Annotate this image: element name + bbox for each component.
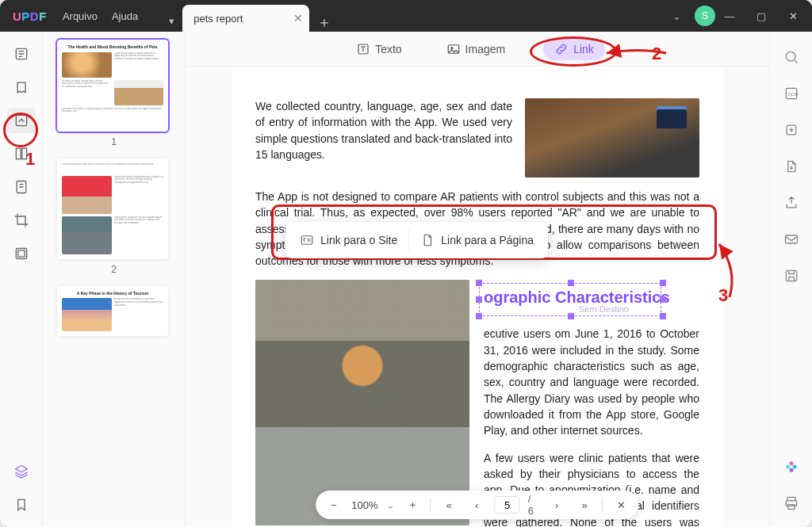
ai-assistant-icon[interactable] <box>777 454 806 479</box>
image-icon <box>446 42 461 56</box>
share-icon[interactable] <box>777 190 806 216</box>
left-rail <box>0 32 43 527</box>
tool-redact-icon[interactable] <box>7 241 36 266</box>
edit-toolbar: Texto Imagem Link <box>186 32 769 67</box>
export-icon[interactable] <box>777 154 806 179</box>
svg-rect-23 <box>301 236 312 245</box>
first-page-button[interactable]: « <box>439 495 459 515</box>
thumbnail-page-1[interactable]: The Health and Mood-Boosting Benefits of… <box>57 40 168 132</box>
zoom-dropdown-icon[interactable]: ⌄ <box>386 499 395 511</box>
paragraph: We collected country, language, age, sex… <box>255 98 512 178</box>
print-icon[interactable] <box>777 491 806 516</box>
svg-rect-2 <box>16 148 21 158</box>
window-minimize-icon[interactable]: — <box>715 5 744 27</box>
link-icon <box>554 42 569 56</box>
thumb-text: Ut enim ad minim veniam quis nostrud exe… <box>62 80 112 105</box>
selection-handle[interactable] <box>476 280 482 286</box>
email-icon[interactable] <box>777 227 806 252</box>
menu-file[interactable]: Arquivo <box>63 10 98 22</box>
thumbnail-page-3[interactable]: A Key Phase in the History of Tourism At… <box>57 286 168 337</box>
link-options-popup: Link para o Site Link para a Página <box>285 222 548 258</box>
selection-handle[interactable] <box>476 296 482 303</box>
thumb-text: Neque porro quisquam est qui dolorem ips… <box>114 216 164 254</box>
link-to-page-label: Link para a Página <box>441 234 534 246</box>
tool-text-button[interactable]: Texto <box>350 39 408 59</box>
tool-crop-icon[interactable] <box>7 208 36 233</box>
tool-markup-icon[interactable] <box>7 74 36 100</box>
thumb-text: Sed ut perspiciatis unde omnis iste natu… <box>62 163 163 176</box>
content-area: Texto Imagem Link We collected country, … <box>186 32 769 527</box>
prev-page-button[interactable]: ‹ <box>467 495 487 515</box>
tool-link-button[interactable]: Link <box>543 38 605 60</box>
thumb-image <box>62 52 112 78</box>
layers-icon[interactable] <box>7 459 36 484</box>
thumb-image <box>62 216 112 254</box>
menu-help[interactable]: Ajuda <box>112 10 138 22</box>
svg-point-16 <box>789 461 793 465</box>
svg-rect-6 <box>17 250 24 257</box>
next-page-button[interactable]: › <box>547 495 567 515</box>
thumbnail-page-number: 1 <box>57 136 170 147</box>
tab-active[interactable]: pets report ✕ <box>182 5 309 32</box>
link-selection-box[interactable] <box>479 283 661 316</box>
tool-link-label: Link <box>573 43 594 55</box>
tabs-overflow-icon[interactable]: ⌄ <box>665 10 688 22</box>
link-no-destination-label: Sem Destino <box>579 304 629 316</box>
zoom-in-button[interactable]: ＋ <box>403 495 423 515</box>
tool-edit-icon[interactable] <box>7 108 36 133</box>
link-to-site-label: Link para o Site <box>320 234 397 246</box>
svg-text:OCR: OCR <box>787 92 798 97</box>
svg-rect-15 <box>786 270 796 281</box>
link-to-page-option[interactable]: Link para a Página <box>411 230 543 250</box>
svg-rect-1 <box>16 115 26 125</box>
thumbnail-page-2[interactable]: Sed ut perspiciatis unde omnis iste natu… <box>57 158 168 259</box>
thumb-text: Lorem ipsum dolor sit amet consectetur a… <box>114 52 164 78</box>
thumbnail-page-number: 2 <box>57 264 170 275</box>
thumb-text: Nemo enim ipsam voluptatem quia voluptas… <box>114 176 164 214</box>
window-maximize-icon[interactable]: ▢ <box>747 5 776 27</box>
svg-point-19 <box>786 465 790 469</box>
svg-point-10 <box>786 52 795 61</box>
page-viewport[interactable]: We collected country, language, age, sex… <box>186 67 769 527</box>
document-page: We collected country, language, age, sex… <box>232 67 723 527</box>
selection-handle[interactable] <box>568 313 574 319</box>
svg-point-17 <box>792 465 796 469</box>
tool-image-label: Imagem <box>465 43 506 55</box>
tool-image-button[interactable]: Imagem <box>440 39 512 59</box>
user-avatar[interactable]: S <box>695 6 715 26</box>
tab-home-icon[interactable]: ▾ <box>160 10 182 32</box>
tool-reader-icon[interactable] <box>7 41 36 67</box>
document-image <box>255 280 469 525</box>
zoom-out-button[interactable]: − <box>324 495 343 515</box>
search-icon[interactable] <box>777 44 806 70</box>
page-total: / 6 <box>528 493 539 517</box>
thumb-text: At vero eos et accusamus et iusto odio d… <box>114 298 164 331</box>
link-to-site-option[interactable]: Link para o Site <box>290 230 407 250</box>
svg-point-9 <box>450 47 452 48</box>
page-input[interactable] <box>495 496 520 514</box>
selection-handle[interactable] <box>660 313 666 319</box>
compress-icon[interactable] <box>777 117 806 143</box>
save-icon[interactable] <box>777 263 806 288</box>
selection-handle[interactable] <box>568 280 574 286</box>
tool-forms-icon[interactable] <box>7 174 36 200</box>
close-navbar-button[interactable]: ✕ <box>611 495 631 515</box>
thumb-image <box>62 298 112 331</box>
thumb-image <box>62 176 112 214</box>
tab-close-icon[interactable]: ✕ <box>293 12 303 25</box>
add-tab-button[interactable]: ＋ <box>317 13 331 32</box>
svg-rect-14 <box>785 235 797 243</box>
thumb-title: A Key Phase in the History of Tourism <box>62 291 163 296</box>
selection-handle[interactable] <box>660 296 666 303</box>
zoom-nav-bar: − 100% ⌄ ＋ « ‹ / 6 › » ✕ <box>316 491 638 519</box>
selection-handle[interactable] <box>660 280 666 286</box>
url-icon <box>300 233 314 247</box>
bookmark-icon[interactable] <box>7 492 36 517</box>
selection-handle[interactable] <box>476 313 482 319</box>
window-close-icon[interactable]: ✕ <box>779 5 807 27</box>
tab-label: pets report <box>193 13 243 25</box>
ocr-icon[interactable]: OCR <box>777 81 806 106</box>
tool-text-label: Texto <box>375 43 401 55</box>
last-page-button[interactable]: » <box>575 495 595 515</box>
thumb-title: The Health and Mood-Boosting Benefits of… <box>62 44 163 50</box>
